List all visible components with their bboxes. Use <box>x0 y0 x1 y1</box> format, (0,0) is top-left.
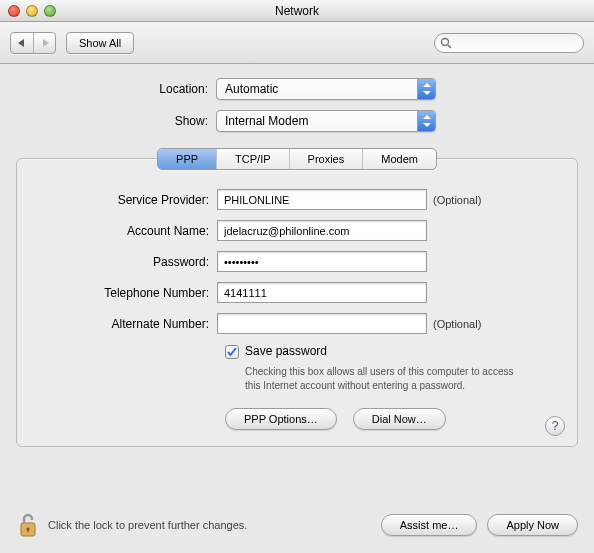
search-input[interactable] <box>434 33 584 53</box>
tab-tcpip[interactable]: TCP/IP <box>216 149 288 169</box>
optional-label: (Optional) <box>427 194 481 206</box>
telephone-number-input[interactable] <box>217 282 427 303</box>
show-select[interactable]: Internal Modem <box>216 110 436 132</box>
save-password-label: Save password <box>245 344 327 358</box>
ppp-options-button[interactable]: PPP Options… <box>225 408 337 430</box>
password-input[interactable] <box>217 251 427 272</box>
ppp-panel: Service Provider: (Optional) Account Nam… <box>16 158 578 447</box>
forward-button[interactable] <box>33 33 55 53</box>
show-label: Show: <box>16 114 216 128</box>
question-icon: ? <box>552 419 559 433</box>
dial-now-button[interactable]: Dial Now… <box>353 408 446 430</box>
footer: Click the lock to prevent further change… <box>0 501 594 553</box>
password-label: Password: <box>37 255 217 269</box>
triangle-right-icon <box>41 39 49 47</box>
show-all-button[interactable]: Show All <box>66 32 134 54</box>
save-password-help-text: Checking this box allows all users of th… <box>245 365 527 392</box>
svg-marker-4 <box>423 83 431 87</box>
svg-marker-7 <box>423 123 431 127</box>
search-field-wrap <box>434 33 584 53</box>
select-arrows-icon <box>417 79 435 99</box>
service-provider-input[interactable] <box>217 189 427 210</box>
tab-proxies[interactable]: Proxies <box>289 149 363 169</box>
checkmark-icon <box>227 347 237 357</box>
svg-point-2 <box>442 38 449 45</box>
alternate-number-label: Alternate Number: <box>37 317 217 331</box>
svg-marker-0 <box>18 39 24 47</box>
telephone-number-label: Telephone Number: <box>37 286 217 300</box>
window-controls <box>0 5 56 17</box>
save-password-checkbox[interactable] <box>225 345 239 359</box>
svg-line-3 <box>448 45 451 48</box>
tabs: PPP TCP/IP Proxies Modem <box>157 148 437 170</box>
search-icon <box>440 37 452 49</box>
help-button[interactable]: ? <box>545 416 565 436</box>
close-window-button[interactable] <box>8 5 20 17</box>
lock-icon[interactable] <box>16 511 40 539</box>
svg-marker-1 <box>43 39 49 47</box>
apply-now-button[interactable]: Apply Now <box>487 514 578 536</box>
location-select[interactable]: Automatic <box>216 78 436 100</box>
service-provider-label: Service Provider: <box>37 193 217 207</box>
account-name-input[interactable] <box>217 220 427 241</box>
alternate-number-input[interactable] <box>217 313 427 334</box>
lock-text: Click the lock to prevent further change… <box>48 519 247 531</box>
assist-me-button[interactable]: Assist me… <box>381 514 478 536</box>
window-title: Network <box>0 4 594 18</box>
tab-modem[interactable]: Modem <box>362 149 436 169</box>
nav-buttons <box>10 32 56 54</box>
zoom-window-button[interactable] <box>44 5 56 17</box>
show-value: Internal Modem <box>225 114 308 128</box>
titlebar: Network <box>0 0 594 22</box>
back-button[interactable] <box>11 33 33 53</box>
tab-ppp[interactable]: PPP <box>158 149 216 169</box>
svg-marker-6 <box>423 115 431 119</box>
toolbar: Show All <box>0 22 594 64</box>
optional-label: (Optional) <box>427 318 481 330</box>
location-value: Automatic <box>225 82 278 96</box>
svg-rect-10 <box>27 529 28 532</box>
svg-marker-5 <box>423 91 431 95</box>
select-arrows-icon <box>417 111 435 131</box>
location-label: Location: <box>16 82 216 96</box>
minimize-window-button[interactable] <box>26 5 38 17</box>
triangle-left-icon <box>18 39 26 47</box>
account-name-label: Account Name: <box>37 224 217 238</box>
